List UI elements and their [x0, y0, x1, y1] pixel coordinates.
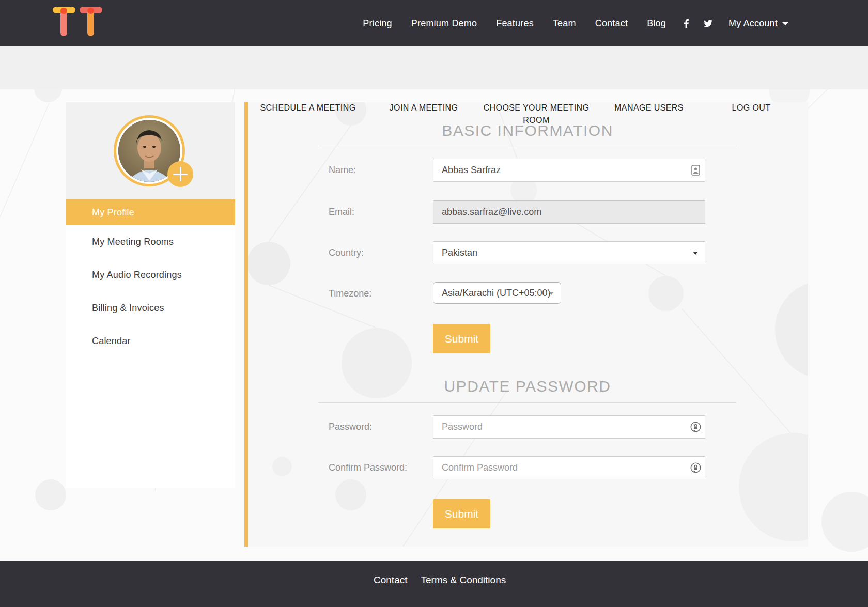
sidebar-item-my-meeting-rooms[interactable]: My Meeting Rooms — [66, 225, 235, 258]
confirm-password-label: Confirm Password: — [329, 456, 407, 479]
sidebar-menu: My Profile My Meeting Rooms My Audio Rec… — [66, 199, 235, 357]
name-label: Name: — [329, 159, 356, 182]
subnav-log-out[interactable]: LOG OUT — [732, 102, 771, 114]
subnav-schedule-meeting[interactable]: SCHEDULE A MEETING — [260, 102, 355, 114]
chevron-down-icon — [782, 22, 788, 25]
footer-link-contact[interactable]: Contact — [374, 574, 407, 586]
nav-link-blog[interactable]: Blog — [647, 18, 666, 29]
update-password-submit-button[interactable]: Submit — [433, 499, 490, 528]
timezone-select-value: Asia/Karachi (UTC+05:00) — [442, 288, 551, 298]
subnav-choose-meeting-room[interactable]: CHOOSE YOUR MEETING ROOM — [482, 102, 591, 127]
sidebar-item-my-profile[interactable]: My Profile — [66, 199, 235, 225]
email-input — [433, 200, 705, 224]
facebook-icon[interactable] — [682, 19, 691, 28]
basic-info-submit-button[interactable]: Submit — [433, 324, 490, 353]
nav-link-features[interactable]: Features — [496, 18, 534, 29]
footer-links: Contact Terms & Conditions — [374, 574, 506, 586]
brand-logo[interactable] — [53, 7, 102, 37]
timezone-select[interactable]: Asia/Karachi (UTC+05:00) — [433, 282, 561, 304]
subnav-manage-users[interactable]: MANAGE USERS — [614, 102, 684, 114]
password-suggest-icon[interactable] — [690, 462, 702, 474]
footer-link-terms[interactable]: Terms & Conditions — [421, 574, 506, 586]
password-suggest-icon[interactable] — [690, 421, 702, 433]
top-nav-menu: Pricing Premium Demo Features Team Conta… — [363, 0, 788, 46]
logo-t1-dot — [60, 8, 67, 14]
country-select[interactable]: Pakistan — [433, 241, 705, 264]
profile-sidebar: My Profile My Meeting Rooms My Audio Rec… — [66, 102, 235, 488]
my-account-label: My Account — [729, 18, 778, 29]
subnav-join-meeting[interactable]: JOIN A MEETING — [390, 102, 458, 114]
country-caret-icon — [693, 252, 698, 255]
country-select-value: Pakistan — [442, 247, 477, 258]
update-password-divider — [319, 402, 736, 403]
country-label: Country: — [329, 241, 364, 264]
profile-content-panel: BASIC INFORMATION Name: Email: Country: … — [244, 102, 808, 547]
password-label: Password: — [329, 415, 372, 439]
page-footer: Contact Terms & Conditions — [0, 561, 868, 607]
my-account-button[interactable]: My Account — [729, 18, 788, 29]
name-input[interactable] — [433, 159, 705, 182]
nav-link-contact[interactable]: Contact — [595, 18, 628, 29]
avatar-section — [66, 102, 235, 199]
confirm-password-input[interactable] — [433, 456, 705, 479]
timezone-caret-icon — [549, 292, 554, 295]
nav-link-team[interactable]: Team — [553, 18, 576, 29]
email-label: Email: — [329, 200, 354, 224]
timezone-label: Timezone: — [329, 282, 371, 305]
basic-information-divider — [319, 146, 736, 146]
nav-link-pricing[interactable]: Pricing — [363, 18, 392, 29]
sidebar-item-billing-invoices[interactable]: Billing & Invoices — [66, 291, 235, 324]
contact-autofill-icon[interactable] — [691, 165, 700, 176]
update-password-title: UPDATE PASSWORD — [319, 378, 736, 395]
twitter-icon[interactable] — [704, 19, 712, 28]
change-photo-button[interactable] — [167, 161, 193, 187]
sidebar-item-calendar[interactable]: Calendar — [66, 324, 235, 357]
top-navbar: Pricing Premium Demo Features Team Conta… — [0, 0, 868, 46]
meeting-toolbar: SCHEDULE A MEETING JOIN A MEETING CHOOSE… — [0, 46, 868, 89]
password-input[interactable] — [433, 415, 705, 439]
logo-t2-dot — [87, 8, 94, 14]
sidebar-item-my-audio-recordings[interactable]: My Audio Recordings — [66, 258, 235, 291]
nav-link-premium-demo[interactable]: Premium Demo — [411, 18, 477, 29]
